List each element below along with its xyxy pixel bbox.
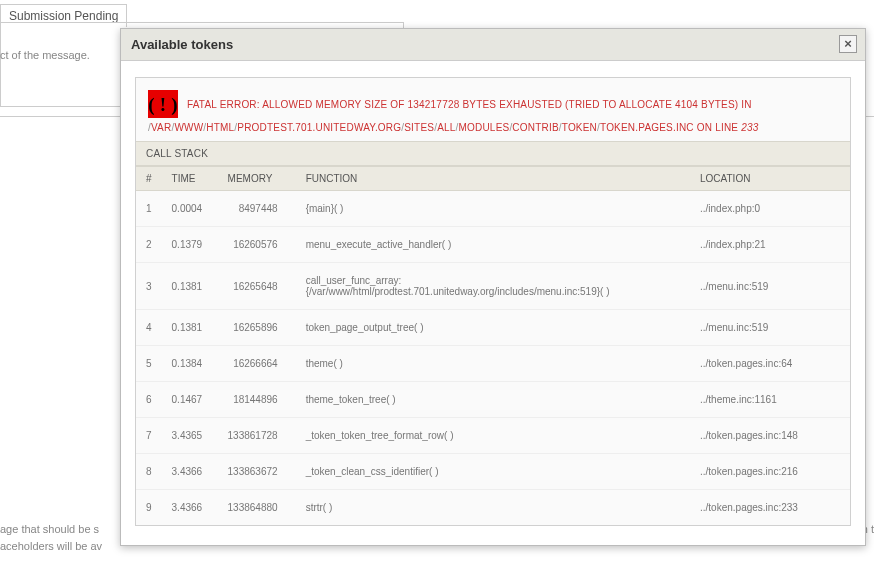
hint-line1: age that should be s bbox=[0, 523, 99, 535]
error-line2: /VAR/WWW/HTML/PRODTEST.701.UNITEDWAY.ORG… bbox=[148, 122, 838, 133]
cell-location: ../token.pages.inc:148 bbox=[690, 418, 850, 454]
cell-memory: 18144896 bbox=[218, 382, 296, 418]
cell-location: ../token.pages.inc:216 bbox=[690, 454, 850, 490]
col-location: LOCATION bbox=[690, 167, 850, 191]
cell-location: ../token.pages.inc:64 bbox=[690, 346, 850, 382]
cell-function: call_user_func_array:{/var/www/html/prod… bbox=[296, 263, 690, 310]
tab-label: Submission Pending bbox=[9, 9, 118, 23]
cell-location: ../token.pages.inc:233 bbox=[690, 490, 850, 526]
error-icon: ( ! ) bbox=[148, 90, 178, 118]
call-stack-table: # TIME MEMORY FUNCTION LOCATION 10.00048… bbox=[136, 166, 850, 525]
col-time: TIME bbox=[162, 167, 218, 191]
cell-location: ../menu.inc:519 bbox=[690, 310, 850, 346]
cell-time: 0.0004 bbox=[162, 191, 218, 227]
cell-location: ../menu.inc:519 bbox=[690, 263, 850, 310]
cell-memory: 133863672 bbox=[218, 454, 296, 490]
cell-n: 5 bbox=[136, 346, 162, 382]
cell-function: strtr( ) bbox=[296, 490, 690, 526]
modal-body: ( ! ) FATAL ERROR: ALLOWED MEMORY SIZE O… bbox=[121, 61, 865, 536]
cell-n: 3 bbox=[136, 263, 162, 310]
table-row: 10.00048497448{main}( )../index.php:0 bbox=[136, 191, 850, 227]
cell-n: 2 bbox=[136, 227, 162, 263]
cell-function: token_page_output_tree( ) bbox=[296, 310, 690, 346]
cell-function: _token_token_tree_format_row( ) bbox=[296, 418, 690, 454]
cell-n: 4 bbox=[136, 310, 162, 346]
error-message: ( ! ) FATAL ERROR: ALLOWED MEMORY SIZE O… bbox=[136, 78, 850, 141]
cell-memory: 16265648 bbox=[218, 263, 296, 310]
cell-location: ../index.php:21 bbox=[690, 227, 850, 263]
cell-time: 0.1381 bbox=[162, 310, 218, 346]
close-icon: × bbox=[844, 36, 852, 51]
cell-time: 0.1379 bbox=[162, 227, 218, 263]
table-row: 50.138416266664theme( )../token.pages.in… bbox=[136, 346, 850, 382]
table-header-row: # TIME MEMORY FUNCTION LOCATION bbox=[136, 167, 850, 191]
table-row: 60.146718144896theme_token_tree( )../the… bbox=[136, 382, 850, 418]
cell-time: 0.1381 bbox=[162, 263, 218, 310]
cell-time: 0.1467 bbox=[162, 382, 218, 418]
col-function: FUNCTION bbox=[296, 167, 690, 191]
available-tokens-modal: Available tokens × ( ! ) FATAL ERROR: AL… bbox=[120, 28, 866, 546]
error-line1: FATAL ERROR: ALLOWED MEMORY SIZE OF 1342… bbox=[187, 99, 752, 110]
cell-memory: 133864880 bbox=[218, 490, 296, 526]
cell-location: ../theme.inc:1161 bbox=[690, 382, 850, 418]
cell-memory: 133861728 bbox=[218, 418, 296, 454]
table-row: 30.138116265648call_user_func_array:{/va… bbox=[136, 263, 850, 310]
table-row: 40.138116265896token_page_output_tree( )… bbox=[136, 310, 850, 346]
cell-n: 8 bbox=[136, 454, 162, 490]
cell-memory: 16260576 bbox=[218, 227, 296, 263]
modal-header: Available tokens × bbox=[121, 29, 865, 61]
cell-memory: 16266664 bbox=[218, 346, 296, 382]
cell-n: 6 bbox=[136, 382, 162, 418]
close-button[interactable]: × bbox=[839, 35, 857, 53]
cell-memory: 8497448 bbox=[218, 191, 296, 227]
cell-time: 3.4366 bbox=[162, 454, 218, 490]
table-row: 73.4365133861728_token_token_tree_format… bbox=[136, 418, 850, 454]
cell-time: 3.4365 bbox=[162, 418, 218, 454]
col-memory: MEMORY bbox=[218, 167, 296, 191]
cell-time: 0.1384 bbox=[162, 346, 218, 382]
cell-n: 1 bbox=[136, 191, 162, 227]
cell-n: 7 bbox=[136, 418, 162, 454]
cell-memory: 16265896 bbox=[218, 310, 296, 346]
cell-function: {main}( ) bbox=[296, 191, 690, 227]
error-block: ( ! ) FATAL ERROR: ALLOWED MEMORY SIZE O… bbox=[135, 77, 851, 526]
col-number: # bbox=[136, 167, 162, 191]
table-row: 93.4366133864880strtr( )../token.pages.i… bbox=[136, 490, 850, 526]
cell-time: 3.4366 bbox=[162, 490, 218, 526]
cell-n: 9 bbox=[136, 490, 162, 526]
hint-line2: aceholders will be av bbox=[0, 540, 102, 552]
subject-hint: ct of the message. bbox=[0, 49, 90, 61]
modal-title: Available tokens bbox=[131, 37, 233, 52]
table-row: 20.137916260576menu_execute_active_handl… bbox=[136, 227, 850, 263]
table-row: 83.4366133863672_token_clean_css_identif… bbox=[136, 454, 850, 490]
cell-location: ../index.php:0 bbox=[690, 191, 850, 227]
cell-function: theme_token_tree( ) bbox=[296, 382, 690, 418]
svg-text:( ! ): ( ! ) bbox=[148, 94, 177, 116]
call-stack-heading: CALL STACK bbox=[136, 141, 850, 166]
cell-function: theme( ) bbox=[296, 346, 690, 382]
cell-function: menu_execute_active_handler( ) bbox=[296, 227, 690, 263]
cell-function: _token_clean_css_identifier( ) bbox=[296, 454, 690, 490]
